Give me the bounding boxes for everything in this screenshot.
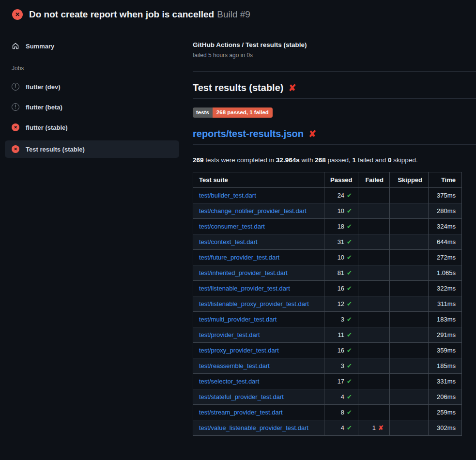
sidebar-item-flutter-dev[interactable]: ! flutter (dev) xyxy=(5,79,179,94)
suite-cell: test/value_listenable_provider_test.dart xyxy=(193,420,324,435)
suite-cell: test/stateful_provider_test.dart xyxy=(193,389,324,404)
skipped-cell xyxy=(390,311,429,327)
passed-cell: 4✔ xyxy=(324,389,358,404)
test-suite-link[interactable]: test/context_test.dart xyxy=(199,238,258,245)
test-suite-link[interactable]: test/future_provider_test.dart xyxy=(199,254,279,261)
table-row: test/inherited_provider_test.dart81✔1.06… xyxy=(193,265,462,280)
suite-cell: test/listenable_provider_test.dart xyxy=(193,280,324,296)
skipped-cell xyxy=(390,404,429,420)
column-header-time: Time xyxy=(429,172,462,187)
time-cell: 185ms xyxy=(429,358,462,373)
test-suite-link[interactable]: test/inherited_provider_test.dart xyxy=(199,269,288,276)
test-suite-link[interactable]: test/reassemble_test.dart xyxy=(199,362,270,369)
table-row: test/selector_test.dart17✔331ms xyxy=(193,373,462,389)
x-circle-icon: ✕ xyxy=(12,9,23,20)
test-suite-link[interactable]: test/stream_provider_test.dart xyxy=(199,409,283,416)
sidebar-item-label: Test results (stable) xyxy=(26,146,85,153)
test-suite-link[interactable]: test/selector_test.dart xyxy=(199,378,259,385)
badge-label: tests xyxy=(193,107,213,118)
sidebar-item-flutter-beta[interactable]: ! flutter (beta) xyxy=(5,100,179,114)
passed-cell: 18✔ xyxy=(324,218,358,234)
table-row: test/change_notifier_provider_test.dart1… xyxy=(193,203,462,218)
jobs-heading: Jobs xyxy=(12,65,179,72)
report-file-link[interactable]: reports/test-results.json xyxy=(193,128,304,139)
sidebar-item-label: flutter (dev) xyxy=(26,83,61,91)
check-icon: ✔ xyxy=(347,347,352,354)
table-row: test/listenable_provider_test.dart16✔322… xyxy=(193,280,462,296)
passed-cell: 10✔ xyxy=(324,249,358,265)
failed-cell xyxy=(358,234,390,249)
failed-cell xyxy=(358,404,390,420)
passed-cell: 11✔ xyxy=(324,327,358,342)
job-detail-panel: GitHub Actions / Test results (stable) f… xyxy=(193,27,476,436)
sidebar-item-flutter-stable[interactable]: ✕ flutter (stable) xyxy=(5,120,179,135)
passed-cell: 16✔ xyxy=(324,342,358,358)
test-suite-link[interactable]: test/proxy_provider_test.dart xyxy=(199,347,279,354)
skipped-cell xyxy=(390,373,429,389)
suite-cell: test/selector_test.dart xyxy=(193,373,324,389)
test-suite-link[interactable]: test/provider_test.dart xyxy=(199,331,260,338)
test-suite-link[interactable]: test/consumer_test.dart xyxy=(199,223,265,230)
build-number: Build #9 xyxy=(217,9,250,19)
passed-cell: 3✔ xyxy=(324,358,358,373)
job-status-line: failed 5 hours ago in 0s xyxy=(193,52,476,59)
failed-cell xyxy=(358,358,390,373)
check-icon: ✔ xyxy=(347,393,352,400)
table-row: test/stateful_provider_test.dart4✔206ms xyxy=(193,389,462,404)
test-suite-link[interactable]: test/listenable_provider_test.dart xyxy=(199,285,290,292)
table-header-row: Test suitePassedFailedSkippedTime xyxy=(193,172,462,187)
failed-cell xyxy=(358,311,390,327)
check-icon: ✔ xyxy=(347,223,352,230)
failed-cell xyxy=(358,187,390,203)
suite-cell: test/inherited_provider_test.dart xyxy=(193,265,324,280)
skipped-cell xyxy=(390,218,429,234)
sidebar-item-summary[interactable]: Summary xyxy=(5,39,179,53)
check-icon: ✔ xyxy=(347,424,352,431)
table-row: test/builder_test.dart24✔375ms xyxy=(193,187,462,203)
check-icon: ✔ xyxy=(347,207,352,215)
test-suite-link[interactable]: test/listenable_proxy_provider_test.dart xyxy=(199,300,309,307)
passed-cell: 8✔ xyxy=(324,404,358,420)
sidebar-item-test-results-stable[interactable]: ✕ Test results (stable) xyxy=(5,140,179,158)
table-row: test/proxy_provider_test.dart16✔359ms xyxy=(193,342,462,358)
tests-badge: tests 268 passed, 1 failed xyxy=(193,107,273,118)
sidebar-item-label: Summary xyxy=(26,43,54,50)
skipped-cell xyxy=(390,249,429,265)
check-icon: ✔ xyxy=(347,378,352,385)
test-results-table: Test suitePassedFailedSkippedTime test/b… xyxy=(193,172,462,436)
test-suite-link[interactable]: test/change_notifier_provider_test.dart xyxy=(199,207,307,215)
skipped-cell xyxy=(390,342,429,358)
suite-cell: test/stream_provider_test.dart xyxy=(193,404,324,420)
table-row: test/stream_provider_test.dart8✔259ms xyxy=(193,404,462,420)
x-icon: ✘ xyxy=(288,83,296,92)
test-suite-link[interactable]: test/builder_test.dart xyxy=(199,192,256,199)
tests-summary-line: 269 tests were completed in 32.964s with… xyxy=(193,156,476,164)
suite-cell: test/proxy_provider_test.dart xyxy=(193,342,324,358)
sidebar-item-label: flutter (stable) xyxy=(26,124,68,131)
suite-cell: test/context_test.dart xyxy=(193,234,324,249)
check-icon: ✔ xyxy=(347,238,352,245)
table-row: test/context_test.dart31✔644ms xyxy=(193,234,462,249)
test-suite-link[interactable]: test/multi_provider_test.dart xyxy=(199,316,276,323)
passed-cell: 4✔ xyxy=(324,420,358,435)
test-suite-link[interactable]: test/stateful_provider_test.dart xyxy=(199,393,284,400)
report-title: reports/test-results.json ✘ xyxy=(193,128,476,145)
time-cell: 272ms xyxy=(429,249,462,265)
time-cell: 302ms xyxy=(429,420,462,435)
test-suite-link[interactable]: test/value_listenable_provider_test.dart xyxy=(199,424,308,431)
x-icon: ✘ xyxy=(308,129,316,138)
suite-cell: test/change_notifier_provider_test.dart xyxy=(193,203,324,218)
skipped-cell xyxy=(390,327,429,342)
table-row: test/value_listenable_provider_test.dart… xyxy=(193,420,462,435)
check-icon: ✔ xyxy=(347,192,352,199)
time-cell: 311ms xyxy=(429,296,462,311)
passed-cell: 10✔ xyxy=(324,203,358,218)
failed-cell xyxy=(358,342,390,358)
column-header-passed: Passed xyxy=(324,172,358,187)
passed-cell: 3✔ xyxy=(324,311,358,327)
failed-cell xyxy=(358,249,390,265)
passed-cell: 24✔ xyxy=(324,187,358,203)
time-cell: 331ms xyxy=(429,373,462,389)
column-header-test-suite: Test suite xyxy=(193,172,324,187)
page-title: Do not create report when job is cancell… xyxy=(29,9,250,20)
